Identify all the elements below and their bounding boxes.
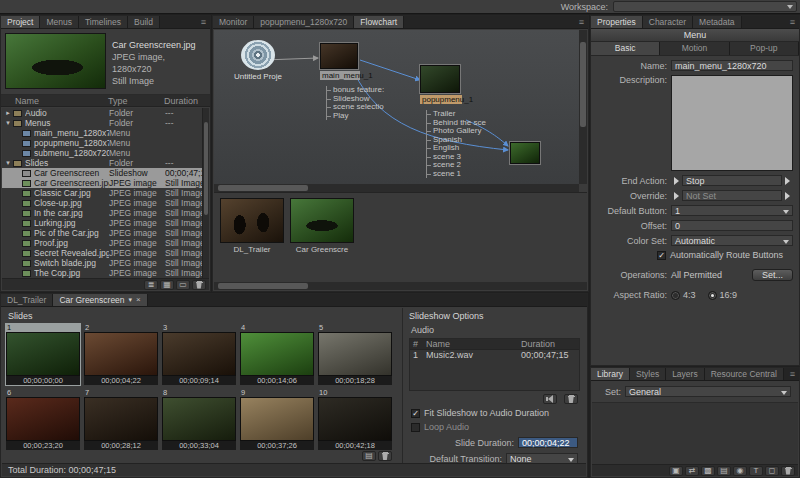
table-row[interactable]: main_menu_1280x720Menu [2, 128, 209, 138]
tab-basic[interactable]: Basic [591, 42, 660, 55]
tab-motion[interactable]: Motion [660, 42, 729, 55]
tab-build[interactable]: Build [128, 16, 160, 28]
name-field[interactable]: main_menu_1280x720 [671, 60, 793, 71]
scrollbar-thumb[interactable] [580, 42, 586, 127]
audio-row[interactable]: 1Music2.wav00;00;47;15 [410, 350, 579, 361]
tab-monitor[interactable]: Monitor [213, 16, 254, 28]
slide-duration-field[interactable]: 00;00;04;22 [518, 437, 578, 448]
flowchart-canvas[interactable]: Untitled Proje main_menu_1 bonus feature… [214, 30, 579, 184]
aspect-ratio-option-16-9[interactable]: 16:9 [708, 290, 738, 300]
new-shape-button[interactable]: ◻ [765, 466, 779, 476]
column-header-type[interactable]: Type [108, 95, 164, 106]
flowchart-node-scene[interactable] [510, 142, 540, 164]
tab-dl-trailer[interactable]: DL_Trailer [1, 294, 53, 306]
tab-timelines[interactable]: Timelines [79, 16, 128, 28]
speaker-button[interactable] [543, 394, 557, 404]
tab-flowchart[interactable]: Flowchart [354, 16, 404, 28]
background-button[interactable]: ▩ [701, 466, 715, 476]
table-row[interactable]: ▾SlidesFolder--- [2, 158, 209, 168]
flowchart-node-main-menu[interactable]: main_menu_1 [320, 43, 360, 80]
tab-resource-central[interactable]: Resource Central [705, 368, 784, 380]
panel-menu-icon[interactable]: ≡ [197, 16, 210, 28]
tab-library[interactable]: Library [591, 368, 630, 380]
library-set-dropdown[interactable]: General [625, 386, 791, 397]
table-row[interactable]: popupmenu_1280x720Menu [2, 138, 209, 148]
table-row[interactable]: Car Greenscreen.jpgJPEG imageStill Image [2, 178, 209, 188]
tab-character[interactable]: Character [643, 16, 693, 28]
expander-icon[interactable]: ▾ [4, 118, 12, 128]
delete-button[interactable] [564, 394, 578, 404]
delete-button[interactable] [378, 451, 392, 461]
table-row[interactable]: Secret Revealed.jpgJPEG imageStill Image [2, 248, 209, 258]
override-link-icon[interactable] [674, 192, 679, 200]
scrollbar-thumb[interactable] [218, 283, 308, 289]
close-icon[interactable]: × [136, 294, 141, 306]
library-item-list[interactable] [592, 402, 798, 464]
slide-thumbnail[interactable]: 100;00;00;00 [5, 323, 81, 386]
panel-menu-icon[interactable]: ≡ [575, 16, 588, 28]
slide-thumbnail[interactable]: 300;00;09;14 [161, 323, 237, 386]
tab-project[interactable]: Project [1, 16, 40, 28]
auto-route-checkbox[interactable]: ✓ Automatically Route Buttons [657, 250, 793, 260]
end-action-field[interactable]: Stop [682, 175, 782, 186]
column-header-name[interactable]: Name [1, 95, 108, 106]
monitor-button[interactable]: ▤ [362, 451, 376, 461]
table-row[interactable]: ▸AudioFolder--- [2, 108, 209, 118]
offset-field[interactable]: 0 [671, 220, 793, 231]
tab-car-greenscreen[interactable]: Car Greenscreen▾× [53, 294, 147, 306]
project-scrollbar[interactable] [202, 108, 209, 278]
slide-thumbnail[interactable]: 800;00;33;04 [161, 388, 237, 451]
flowchart-menu-item[interactable]: Play [327, 112, 384, 121]
slide-thumbnail[interactable]: 1000;00;42;18 [317, 388, 393, 451]
slide-thumbnail[interactable]: 400;00;14;06 [239, 323, 315, 386]
table-row[interactable]: Classic Car.jpgJPEG imageStill Image [2, 188, 209, 198]
flowchart-node-popup-menu[interactable]: popupmenu_1 [420, 65, 462, 104]
flowchart-menu-item[interactable]: scene 1 [427, 170, 486, 179]
tab-metadata[interactable]: Metadata [693, 16, 741, 28]
scrollbar-thumb[interactable] [204, 122, 208, 216]
tab-pop-up[interactable]: Pop-up [730, 42, 799, 55]
tab-layers[interactable]: Layers [666, 368, 705, 380]
unused-item[interactable]: DL_Trailer [220, 198, 284, 254]
column-header-duration[interactable]: Duration [164, 95, 210, 106]
fit-slideshow-checkbox[interactable]: ✓ Fit Slideshow to Audio Duration [411, 408, 586, 418]
table-row[interactable]: The Cop.jpgJPEG imageStill Image [2, 268, 209, 278]
workspace-dropdown[interactable] [613, 1, 797, 12]
strip-scrollbar[interactable] [214, 282, 587, 290]
delete-button[interactable] [192, 280, 206, 290]
new-menu-button[interactable]: ▤ [717, 466, 731, 476]
slide-thumbnail[interactable]: 900;00;37;26 [239, 388, 315, 451]
table-row[interactable]: Pic of the Car.jpgJPEG imageStill Image [2, 228, 209, 238]
end-action-link-icon[interactable] [674, 177, 679, 185]
replace-button[interactable]: ⇄ [685, 466, 699, 476]
tab-properties[interactable]: Properties [591, 16, 643, 28]
override-field[interactable]: Not Set [682, 190, 782, 201]
delete-button[interactable] [781, 466, 795, 476]
slide-thumbnail[interactable]: 700;00;28;12 [83, 388, 159, 451]
icon-view-button[interactable]: ▦ [160, 280, 174, 290]
set-operations-button[interactable]: Set... [752, 269, 793, 281]
end-action-pick-icon[interactable] [785, 177, 790, 185]
tab-menus[interactable]: Menus [40, 16, 79, 28]
expander-icon[interactable]: ▸ [4, 108, 12, 118]
table-row[interactable]: Car GreenscreenSlideshow00;00;47;15 [2, 168, 209, 178]
description-field[interactable] [671, 75, 793, 171]
table-row[interactable]: Switch blade.jpgJPEG imageStill Image [2, 258, 209, 268]
loop-audio-checkbox[interactable]: Loop Audio [411, 422, 586, 432]
color-set-dropdown[interactable]: Automatic [671, 235, 793, 246]
flowchart-vertical-scrollbar[interactable] [579, 30, 587, 184]
scrollbar-thumb[interactable] [218, 185, 308, 191]
list-view-button[interactable]: ≣ [144, 280, 158, 290]
panel-menu-icon[interactable]: ≡ [786, 16, 799, 28]
tab-styles[interactable]: Styles [630, 368, 666, 380]
new-folder-button[interactable]: ▭ [176, 280, 190, 290]
new-button-button[interactable]: ◉ [733, 466, 747, 476]
flowchart-node-project[interactable]: Untitled Proje [228, 40, 288, 81]
default-button-dropdown[interactable]: 1 [671, 205, 793, 216]
table-row[interactable]: ▾MenusFolder--- [2, 118, 209, 128]
unused-item[interactable]: Car Greenscre [290, 198, 354, 254]
slide-thumbnail[interactable]: 600;00;23;20 [5, 388, 81, 451]
tab-popupmenu-1280x720[interactable]: popupmenu_1280x720 [254, 16, 354, 28]
default-transition-dropdown[interactable]: None [506, 453, 578, 463]
place-button[interactable]: ▣ [669, 466, 683, 476]
